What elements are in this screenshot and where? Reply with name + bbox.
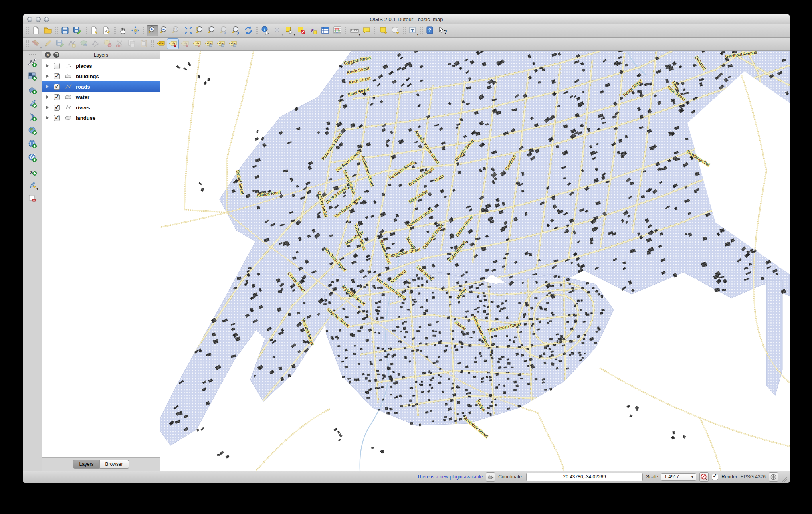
new-shapefile-layer-button[interactable]: ▼	[26, 180, 38, 191]
save-project-button[interactable]	[59, 25, 71, 36]
save-project-as-button[interactable]	[71, 25, 83, 36]
zoom-in-button[interactable]	[147, 25, 158, 36]
layer-visibility-checkbox[interactable]	[54, 84, 60, 90]
zoom-out-button[interactable]	[158, 25, 170, 36]
text-annotation-button[interactable]: T▼	[407, 25, 419, 36]
new-project-button[interactable]	[30, 25, 42, 36]
zoom-actual-button[interactable]: 1:1	[170, 25, 182, 36]
expand-triangle-icon[interactable]	[46, 64, 49, 67]
toggle-editing-button[interactable]	[42, 38, 54, 49]
run-feature-action-button[interactable]: ▼	[271, 25, 283, 36]
zoom-last-button[interactable]	[218, 25, 230, 36]
map-canvas[interactable]: Geelhout AvenueDelaportFaure StreetBergA…	[160, 51, 790, 471]
layer-row-landuse[interactable]: landuse	[42, 113, 160, 123]
refresh-map-button[interactable]	[242, 25, 254, 36]
label-pin-button[interactable]: ab	[167, 38, 179, 49]
scale-combo[interactable]: 1:4917▼	[661, 473, 696, 481]
add-wms-layer-button[interactable]	[26, 139, 38, 150]
copy-features-button[interactable]	[126, 38, 138, 49]
help-contents-button[interactable]: ?	[424, 25, 436, 36]
pan-map-button[interactable]	[117, 25, 129, 36]
move-feature-button[interactable]	[78, 38, 90, 49]
zoom-to-layer-button[interactable]	[206, 25, 218, 36]
toolbar-handle[interactable]	[113, 27, 116, 35]
add-wfs-layer-button[interactable]	[26, 152, 38, 164]
title-bar[interactable]: QGIS 2.0.1-Dufour - basic_map	[23, 14, 790, 24]
add-vector-layer-button[interactable]	[26, 57, 38, 69]
layer-visibility-checkbox[interactable]	[54, 73, 60, 79]
render-checkbox[interactable]	[712, 474, 718, 480]
layer-row-buildings[interactable]: buildings	[42, 71, 160, 81]
minimize-window-button[interactable]	[36, 17, 41, 22]
crs-globe-icon[interactable]	[769, 472, 778, 482]
layer-labeling-button[interactable]: abc	[155, 38, 167, 49]
coordinate-input[interactable]: 20.43780,-34.02269	[526, 473, 643, 481]
toolbar-handle[interactable]	[374, 27, 376, 35]
measure-button[interactable]: ▼	[349, 25, 360, 36]
current-edits-button[interactable]: ▼	[30, 38, 42, 49]
layer-visibility-checkbox[interactable]	[54, 63, 60, 69]
new-bookmark-button[interactable]	[378, 25, 390, 36]
chevron-down-icon[interactable]: ▼	[689, 474, 695, 480]
add-mssql-layer-button[interactable]	[26, 112, 38, 123]
toolbar-handle[interactable]	[420, 27, 423, 35]
layer-visibility-checkbox[interactable]	[54, 115, 60, 121]
toolbar-handle[interactable]	[28, 52, 36, 55]
zoom-to-selection-button[interactable]	[194, 25, 206, 36]
layer-row-water[interactable]: water	[42, 92, 160, 102]
toolbar-handle[interactable]	[151, 40, 154, 48]
toolbar-handle[interactable]	[403, 27, 406, 35]
toolbar-handle[interactable]	[84, 27, 87, 35]
identify-features-button[interactable]: i	[259, 25, 271, 36]
stop-render-icon[interactable]	[699, 472, 709, 482]
cut-features-button[interactable]	[114, 38, 126, 49]
deselect-features-button[interactable]	[295, 25, 307, 36]
expand-triangle-icon[interactable]	[46, 116, 49, 119]
zoom-full-button[interactable]	[182, 25, 194, 36]
toolbar-handle[interactable]	[26, 27, 29, 35]
expand-triangle-icon[interactable]	[46, 95, 49, 99]
paste-features-button[interactable]	[138, 38, 150, 49]
show-bookmarks-button[interactable]	[390, 25, 402, 36]
select-by-expression-button[interactable]: ε	[307, 25, 319, 36]
save-layer-edits-button[interactable]	[54, 38, 66, 49]
new-composer-button[interactable]	[88, 25, 100, 36]
detach-panel-icon[interactable]: ❐	[53, 52, 59, 58]
add-delimited-text-layer-button[interactable]: ,	[26, 166, 38, 177]
layer-visibility-checkbox[interactable]	[54, 94, 60, 100]
map-tips-button[interactable]	[360, 25, 372, 36]
zoom-next-button[interactable]	[230, 25, 242, 36]
map-svg[interactable]: Geelhout AvenueDelaportFaure StreetBergA…	[160, 51, 790, 471]
zoom-window-button[interactable]	[44, 17, 49, 22]
layer-row-rivers[interactable]: rivers	[42, 102, 160, 113]
plugin-available-link[interactable]: There is a new plugin available	[417, 474, 483, 480]
add-oracle-layer-button[interactable]	[26, 125, 38, 136]
resize-grip[interactable]	[781, 476, 787, 482]
field-calculator-button[interactable]	[331, 25, 343, 36]
toolbar-handle[interactable]	[55, 27, 58, 35]
add-postgis-layer-button[interactable]	[26, 85, 38, 96]
label-change-button[interactable]: abc	[215, 38, 227, 49]
close-panel-icon[interactable]: ✕	[45, 52, 51, 58]
node-tool-button[interactable]	[90, 38, 102, 49]
close-window-button[interactable]	[27, 17, 32, 22]
delete-selected-button[interactable]	[102, 38, 114, 49]
expand-triangle-icon[interactable]	[46, 106, 49, 109]
add-raster-layer-button[interactable]	[26, 71, 38, 82]
composer-manager-button[interactable]	[100, 25, 112, 36]
layer-row-places[interactable]: places	[42, 61, 160, 71]
tab-layers[interactable]: Layers	[73, 460, 99, 469]
label-properties-button[interactable]: abc	[227, 38, 239, 49]
select-features-button[interactable]: ▼	[283, 25, 295, 36]
tab-browser[interactable]: Browser	[100, 460, 129, 469]
expand-triangle-icon[interactable]	[46, 85, 49, 88]
layer-visibility-checkbox[interactable]	[54, 105, 60, 111]
label-rotate-button[interactable]: abc	[203, 38, 215, 49]
pan-to-selection-button[interactable]	[129, 25, 141, 36]
plugin-icon[interactable]	[486, 472, 495, 482]
toolbar-handle[interactable]	[345, 27, 347, 35]
layer-row-roads[interactable]: roads	[42, 81, 160, 92]
toolbar-handle[interactable]	[255, 27, 258, 35]
open-project-button[interactable]	[42, 25, 54, 36]
expand-triangle-icon[interactable]	[46, 75, 49, 78]
